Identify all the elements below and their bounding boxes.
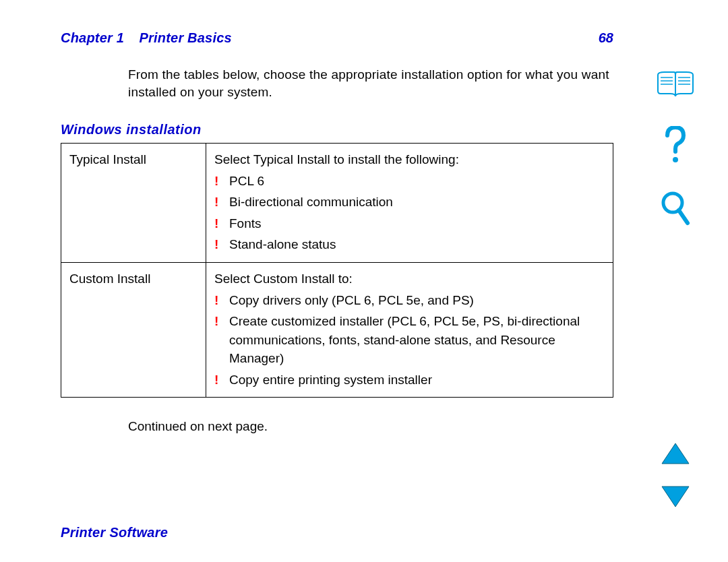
- table-row: Typical Install Select Typical Install t…: [61, 144, 613, 263]
- help-icon[interactable]: [662, 126, 689, 164]
- table-row: Custom Install Select Custom Install to:…: [61, 263, 613, 398]
- chapter-title: Printer Basics: [140, 30, 232, 45]
- bullet-text: PCL 6: [229, 172, 605, 191]
- list-item: ! Create customized installer (PCL 6, PC…: [214, 312, 605, 368]
- continued-note: Continued on next page.: [128, 419, 613, 434]
- bullet-text: Stand-alone status: [229, 235, 605, 254]
- bullet-text: Fonts: [229, 214, 605, 233]
- intro-paragraph: From the tables below, choose the approp…: [128, 66, 613, 100]
- list-item: ! Copy entire printing system installer: [214, 371, 605, 389]
- svg-point-6: [673, 157, 678, 162]
- bullet-icon: !: [214, 172, 229, 191]
- option-name: Custom Install: [61, 263, 206, 398]
- list-item: ! Fonts: [214, 214, 605, 233]
- page-nav-arrows: [655, 442, 696, 508]
- bullet-text: Copy drivers only (PCL 6, PCL 5e, and PS…: [229, 291, 605, 310]
- page-number: 68: [599, 30, 613, 46]
- bullet-icon: !: [214, 312, 229, 331]
- sidebar-tools: [655, 71, 696, 226]
- chapter-label: Chapter 1: [61, 30, 124, 45]
- list-item: ! PCL 6: [214, 172, 605, 191]
- search-icon[interactable]: [661, 191, 690, 226]
- bullet-text: Bi-directional communication: [229, 193, 605, 212]
- bullet-icon: !: [214, 235, 229, 254]
- option-description: Select Typical Install to install the fo…: [206, 144, 613, 263]
- bullet-icon: !: [214, 214, 229, 233]
- page-header: Chapter 1 Printer Basics 68: [61, 30, 613, 46]
- bullet-text: Create customized installer (PCL 6, PCL …: [229, 312, 605, 368]
- option-name: Typical Install: [61, 144, 206, 263]
- install-options-table: Typical Install Select Typical Install t…: [61, 143, 613, 398]
- bullet-icon: !: [214, 371, 229, 389]
- list-item: ! Bi-directional communication: [214, 193, 605, 212]
- svg-marker-9: [662, 443, 689, 464]
- section-heading: Windows installation: [61, 122, 613, 137]
- chapter-heading: Chapter 1 Printer Basics: [61, 30, 232, 46]
- svg-marker-10: [662, 487, 689, 507]
- page-down-icon[interactable]: [661, 485, 690, 508]
- svg-line-8: [679, 210, 688, 223]
- option-description: Select Custom Install to: ! Copy drivers…: [206, 263, 613, 398]
- option-lead: Select Custom Install to:: [214, 270, 605, 288]
- list-item: ! Copy drivers only (PCL 6, PCL 5e, and …: [214, 291, 605, 310]
- book-icon[interactable]: [657, 71, 694, 99]
- option-lead: Select Typical Install to install the fo…: [214, 150, 605, 169]
- list-item: ! Stand-alone status: [214, 235, 605, 254]
- bullet-icon: !: [214, 291, 229, 310]
- bullet-text: Copy entire printing system installer: [229, 371, 605, 389]
- bullet-icon: !: [214, 193, 229, 212]
- footer-label: Printer Software: [61, 525, 168, 540]
- page-up-icon[interactable]: [661, 442, 690, 465]
